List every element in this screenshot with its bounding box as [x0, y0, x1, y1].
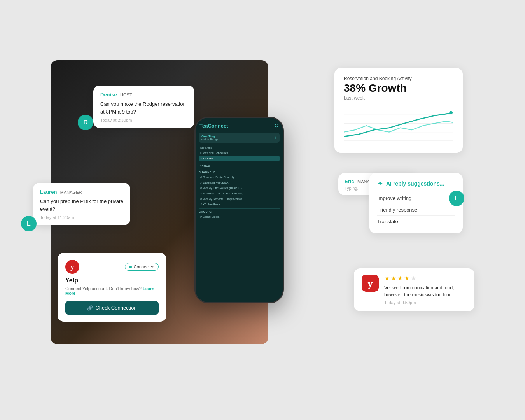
channel-yc[interactable]: # YC Feedback [199, 202, 280, 207]
ai-label: AI reply suggestions... [386, 180, 444, 187]
analytics-card: Reservation and Booking Activity 38% Gro… [334, 68, 463, 153]
channel-jasura[interactable]: # Jasura AI Feedback [199, 180, 280, 185]
yelp-logo-icon: y [65, 260, 79, 274]
analytics-period: Last week [344, 95, 453, 101]
ai-suggestion-improve-writing[interactable]: Improve writing [377, 192, 455, 204]
channel-propoint[interactable]: # ProPoint Chat (Puerto Chapan) [199, 191, 280, 196]
link-icon: 🔗 [87, 305, 93, 311]
ai-suggestion-friendly-response[interactable]: Friendly response [377, 204, 455, 216]
analytics-chart [344, 106, 453, 145]
review-text: Ver well communication and food, however… [384, 284, 467, 298]
review-content: ★ ★ ★ ★ ★ Ver well communication and foo… [384, 275, 467, 305]
yelp-title: Yelp [65, 277, 159, 284]
phone-mockup: TeaConnect ↻ GruzTing on this Range + Me… [194, 117, 284, 303]
channel-reports[interactable]: # Weekly Reports + Improvem # [199, 196, 280, 201]
analytics-growth: 38% Growth [344, 82, 453, 94]
lauren-avatar: L [21, 216, 37, 231]
groups-label: GROUPS [199, 210, 280, 213]
connected-badge: Connected [125, 263, 159, 271]
lauren-time: Today at 11:20am [40, 215, 123, 220]
lauren-chat-bubble: Lauren MANAGER Can you prep the PDR for … [33, 183, 130, 225]
channels-label: CHANNELS [199, 171, 280, 173]
stars-row: ★ ★ ★ ★ ★ [384, 275, 467, 282]
app-name: TeaConnect [200, 123, 228, 129]
eric-name: Eric [345, 178, 354, 184]
yelp-review-card: y ★ ★ ★ ★ ★ Ver well communication and f… [354, 268, 474, 311]
channel-threads[interactable]: # Threads [199, 156, 280, 161]
denise-role: HOST [120, 93, 132, 97]
channel-drafts[interactable]: Drafts and Schedules [199, 150, 280, 156]
denise-avatar: D [78, 115, 93, 130]
svg-point-6 [449, 111, 452, 114]
ai-suggestion-translate[interactable]: Translate [377, 216, 455, 227]
channel-weekly[interactable]: # Weekly One-Values (Basic C.) [199, 186, 280, 191]
denise-message: Can you make the Rodger reservation at 8… [100, 100, 187, 116]
pinned-label: PINNED [199, 164, 280, 167]
check-connection-button[interactable]: 🔗 Check Connection [65, 301, 159, 315]
star-4: ★ [404, 275, 410, 282]
denise-name: Denise [100, 92, 117, 98]
svg-text:y: y [368, 278, 373, 289]
denise-chat-bubble: Denise HOST Can you make the Rodger rese… [93, 86, 194, 128]
channel-reviews[interactable]: # Reviews (Basic Control) [199, 175, 280, 180]
lauren-name: Lauren [40, 189, 57, 195]
star-1: ★ [384, 275, 390, 282]
lauren-role: MANAGER [60, 190, 82, 194]
sparkle-icon: ✦ [377, 179, 383, 188]
review-yelp-icon: y [362, 275, 379, 292]
star-3: ★ [397, 275, 403, 282]
connected-label: Connected [134, 264, 154, 269]
review-time: Today at 9.50pm [384, 300, 467, 305]
analytics-subtitle: Reservation and Booking Activity [344, 76, 453, 81]
ai-suggestions-card: ✦ AI reply suggestions... Improve writin… [369, 173, 463, 233]
channel-social[interactable]: # Social Media [199, 214, 280, 219]
yelp-connection-card: y Connected Yelp Connect Yelp account. D… [58, 253, 166, 322]
yelp-description: Connect Yelp account. Don't know how? Le… [65, 286, 159, 296]
denise-time: Today at 2:30pm [100, 118, 187, 122]
svg-text:y: y [70, 262, 74, 271]
star-2: ★ [391, 275, 396, 282]
channel-mentions[interactable]: Mentions [199, 145, 280, 150]
refresh-icon: ↻ [274, 122, 279, 129]
connected-dot-icon [129, 266, 132, 268]
eric-avatar: E [449, 191, 464, 206]
star-5-empty: ★ [411, 275, 416, 282]
lauren-message: Can you prep the PDR for the private eve… [40, 198, 123, 213]
